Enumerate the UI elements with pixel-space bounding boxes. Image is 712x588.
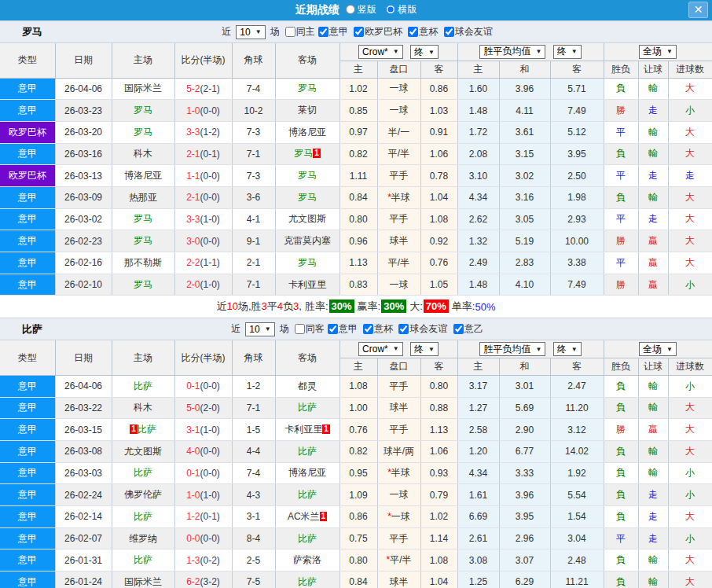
- away-team-name: 博洛尼亚: [288, 127, 326, 138]
- away-team-name: 都灵: [298, 380, 317, 391]
- league-checkbox-input[interactable]: [398, 324, 409, 334]
- home-odds-cell: 0.82: [339, 143, 377, 165]
- scope-select[interactable]: 全场▼: [639, 342, 677, 356]
- mean-source-select[interactable]: 胜平负均值▼: [479, 45, 545, 59]
- mean-away-cell: 7.49: [550, 274, 604, 296]
- league-checkbox-input[interactable]: [328, 324, 338, 334]
- wdl-result-cell: 負: [604, 549, 638, 571]
- fulltime-score: 0-0: [186, 533, 200, 544]
- red-card-badge: 1: [130, 424, 138, 434]
- col-header-handicap-result: 让球: [638, 61, 668, 78]
- chevron-down-icon: ▼: [535, 346, 541, 353]
- mean-time-select[interactable]: 终▼: [553, 45, 582, 59]
- corner-cell: 7-1: [232, 274, 275, 296]
- odds-time-select[interactable]: 终▼: [410, 342, 439, 356]
- wdl-result-cell: 勝: [604, 230, 638, 252]
- handicap-cell: 球半: [377, 571, 420, 588]
- mean-home-cell: 3.17: [457, 375, 499, 397]
- halftime-score: (0-0): [200, 533, 220, 544]
- mean-away-cell: 1.54: [550, 506, 604, 528]
- league-filter-checkbox[interactable]: 意杯: [360, 322, 393, 336]
- layout-radio[interactable]: [386, 5, 395, 14]
- league-checkbox-input[interactable]: [444, 27, 454, 37]
- layout-radio-option[interactable]: 横版: [386, 3, 417, 17]
- mean-time-select[interactable]: 终▼: [553, 342, 582, 356]
- away-odds-cell: 0.79: [420, 484, 457, 506]
- col-header-handicap: 盘口: [377, 358, 420, 375]
- mean-home-cell: 1.27: [457, 397, 499, 419]
- wdl-result-cell: 負: [604, 375, 638, 397]
- match-count-select[interactable]: 10▼: [245, 322, 274, 336]
- odds-time-select[interactable]: 终▼: [410, 45, 439, 59]
- away-team-cell: 卡利亚里1: [275, 419, 339, 441]
- corner-cell: 2-5: [232, 549, 275, 571]
- match-row: 意甲 26-04-06 国际米兰 5-2(2-1) 7-4 罗马 1.02 一球…: [0, 78, 712, 100]
- date-cell: 26-02-24: [55, 484, 112, 506]
- handicap-cell: 一球: [377, 484, 420, 506]
- fulltime-score: 5-2: [186, 83, 200, 94]
- handicap-cell: 一球: [377, 274, 420, 296]
- home-team-name: 罗马: [134, 105, 152, 116]
- home-team-cell: 比萨: [112, 462, 174, 484]
- league-filter-checkbox[interactable]: 意乙: [450, 322, 483, 336]
- away-odds-cell: 1.14: [420, 527, 457, 549]
- league-filter-checkbox[interactable]: 球会友谊: [395, 322, 447, 336]
- handicap-cell: 球半/两: [377, 440, 420, 462]
- away-odds-cell: 1.04: [420, 186, 457, 208]
- mean-source-select[interactable]: 胜平负均值▼: [479, 342, 545, 356]
- league-checkbox-input[interactable]: [318, 27, 328, 37]
- scope-select[interactable]: 全场▼: [639, 45, 677, 59]
- rate-badge: 30%: [329, 300, 354, 313]
- col-header-mean-away: 客: [550, 61, 604, 78]
- away-team-name: 比萨: [298, 533, 317, 544]
- score-cell: 3-3(1-0): [174, 208, 232, 230]
- chevron-down-icon: ▼: [393, 48, 399, 55]
- league-checkbox-input[interactable]: [408, 27, 418, 37]
- mean-draw-cell: 3.96: [499, 484, 550, 506]
- league-filter-checkbox[interactable]: 意杯: [405, 25, 438, 39]
- handicap-cell: 一球: [377, 100, 420, 122]
- halftime-score: (1-0): [200, 424, 220, 435]
- mean-away-cell: 2.48: [550, 549, 604, 571]
- halftime-score: (0-1): [200, 149, 220, 160]
- handicap-cell: 平手: [377, 419, 420, 441]
- league-checkbox-input[interactable]: [453, 324, 464, 334]
- league-filter-checkbox[interactable]: 欧罗巴杯: [350, 25, 402, 39]
- pisa-table-header: 类型 日期 主场 比分(半场) 角球 客场 Crow*▼ 终▼ 胜平负均值▼ 终…: [0, 340, 712, 375]
- col-header-date: 日期: [55, 340, 112, 375]
- league-checkbox-input[interactable]: [354, 27, 364, 37]
- home-odds-cell: 1.09: [339, 484, 377, 506]
- league-filter-checkbox[interactable]: 意甲: [325, 322, 358, 336]
- league-filter-checkbox[interactable]: 意甲: [315, 25, 348, 39]
- home-team-name: 博洛尼亚: [124, 170, 162, 181]
- fulltime-score: 2-1: [186, 192, 200, 203]
- col-header-away: 客场: [275, 43, 339, 78]
- date-cell: 26-03-08: [55, 440, 112, 462]
- home-team-name: 科木: [134, 148, 152, 159]
- league-filter-checkbox[interactable]: 球会友谊: [441, 25, 493, 39]
- wdl-result-cell: 平: [604, 121, 638, 143]
- mean-select-group: 胜平负均值▼ 终▼: [457, 43, 604, 61]
- odds-source-select[interactable]: Crow*▼: [358, 342, 403, 356]
- same-home-checkbox-input[interactable]: [285, 27, 295, 37]
- same-home-checkbox[interactable]: 同主: [282, 25, 315, 39]
- odds-source-select[interactable]: Crow*▼: [358, 45, 403, 59]
- corner-cell: 4-3: [232, 484, 275, 506]
- mean-home-cell: 4.34: [457, 462, 499, 484]
- layout-radio[interactable]: [346, 5, 355, 14]
- summary-run: 近: [216, 300, 226, 312]
- mean-away-cell: 5.71: [550, 78, 604, 100]
- same-away-checkbox-input[interactable]: [295, 324, 305, 334]
- layout-radio-option[interactable]: 竖版: [346, 3, 376, 17]
- home-team-cell: 维罗纳: [112, 527, 174, 549]
- fulltime-score: 3-3: [186, 127, 200, 138]
- match-count-select[interactable]: 10▼: [236, 25, 265, 39]
- close-button[interactable]: ✕: [688, 2, 708, 18]
- goals-result-cell: 小: [668, 274, 712, 296]
- handicap-result-cell: 輸: [638, 78, 668, 100]
- league-checkbox-input[interactable]: [363, 324, 373, 334]
- home-odds-cell: 1.02: [339, 78, 377, 100]
- goals-result-cell: 小: [668, 527, 712, 549]
- corner-cell: 7-5: [232, 571, 275, 588]
- same-away-checkbox[interactable]: 同客: [292, 322, 325, 336]
